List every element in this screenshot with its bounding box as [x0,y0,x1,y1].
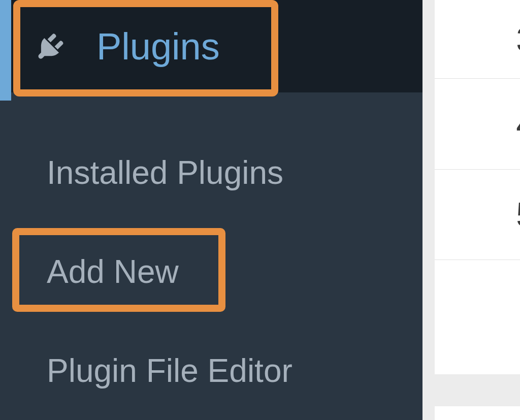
menu-title: Plugins [96,25,220,68]
number-text: 4 [516,104,520,144]
panel-bottom [435,406,520,420]
panel-gap [435,374,520,406]
submenu-label: Add New [47,253,179,290]
plug-icon [35,30,67,62]
content-area: 3 4 5 [422,0,520,420]
list-item-number: 4 [435,78,520,169]
admin-sidebar: Plugins Installed Plugins Add New Plugin… [0,0,422,420]
plugins-submenu: Installed Plugins Add New Plugin File Ed… [0,92,422,420]
submenu-installed-plugins[interactable]: Installed Plugins [47,123,422,222]
active-menu-indicator [0,0,11,101]
number-text: 5 [516,195,520,234]
list-item-number: 5 [435,169,520,260]
submenu-add-new[interactable]: Add New [47,222,422,321]
menu-header-content: Plugins [35,25,220,68]
submenu-label: Installed Plugins [47,154,283,191]
submenu-plugin-file-editor[interactable]: Plugin File Editor [47,321,422,420]
list-item-number: 3 [435,0,520,78]
number-text: 3 [516,19,520,59]
app-container: Plugins Installed Plugins Add New Plugin… [0,0,520,420]
submenu-label: Plugin File Editor [47,352,292,390]
list-item-spacer [435,260,520,375]
sidebar-menu-plugins[interactable]: Plugins [0,0,422,92]
